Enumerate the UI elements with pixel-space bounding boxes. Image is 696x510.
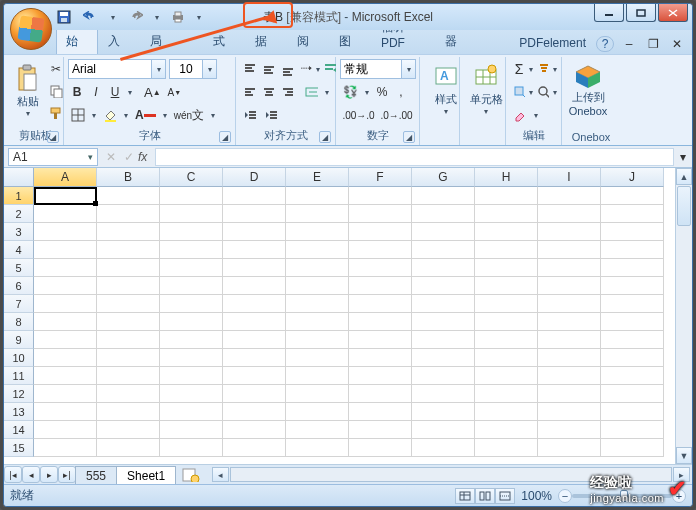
fx-icon[interactable]: fx: [138, 150, 147, 164]
zoom-out-icon[interactable]: −: [558, 489, 572, 503]
page-layout-view-icon[interactable]: [475, 488, 495, 504]
cell[interactable]: [34, 295, 97, 313]
cell[interactable]: [286, 367, 349, 385]
cell[interactable]: [97, 313, 160, 331]
font-color-icon[interactable]: A: [132, 105, 159, 125]
font-launcher-icon[interactable]: ◢: [219, 131, 231, 143]
cell[interactable]: [223, 295, 286, 313]
align-bottom-icon[interactable]: [278, 59, 296, 79]
column-header[interactable]: A: [34, 168, 97, 187]
cell[interactable]: [97, 385, 160, 403]
cell[interactable]: [97, 349, 160, 367]
cell[interactable]: [412, 259, 475, 277]
onebox-upload-button[interactable]: 上传到 Onebox: [566, 59, 610, 122]
font-size-combo[interactable]: ▾: [169, 59, 217, 79]
cell[interactable]: [475, 439, 538, 457]
cell[interactable]: [223, 205, 286, 223]
clear-icon[interactable]: [510, 105, 530, 125]
column-header[interactable]: E: [286, 168, 349, 187]
zoom-knob[interactable]: [620, 490, 628, 502]
align-top-icon[interactable]: [240, 59, 258, 79]
percent-icon[interactable]: %: [373, 82, 391, 102]
row-header[interactable]: 5: [4, 259, 34, 277]
cell[interactable]: [601, 385, 664, 403]
close-button[interactable]: [658, 4, 688, 22]
column-header[interactable]: B: [97, 168, 160, 187]
chevron-down-icon[interactable]: ▾: [152, 59, 166, 79]
cell[interactable]: [538, 331, 601, 349]
row-header[interactable]: 4: [4, 241, 34, 259]
cell[interactable]: [349, 187, 412, 205]
scroll-track[interactable]: [676, 227, 692, 447]
number-launcher-icon[interactable]: ◢: [403, 131, 415, 143]
cell[interactable]: [223, 385, 286, 403]
qat-customize-icon[interactable]: ▾: [194, 13, 204, 22]
row-header[interactable]: 8: [4, 313, 34, 331]
cell[interactable]: [475, 295, 538, 313]
merge-cells-icon[interactable]: [302, 82, 322, 102]
paste-button[interactable]: 粘贴 ▾: [12, 59, 44, 123]
zoom-in-icon[interactable]: +: [672, 489, 686, 503]
cell[interactable]: [223, 331, 286, 349]
cell[interactable]: [601, 313, 664, 331]
border-icon[interactable]: [68, 105, 88, 125]
autosum-dropdown-icon[interactable]: ▾: [529, 65, 533, 74]
cell[interactable]: [475, 187, 538, 205]
cell[interactable]: [538, 187, 601, 205]
cell[interactable]: [349, 223, 412, 241]
cell[interactable]: [34, 205, 97, 223]
cell[interactable]: [160, 187, 223, 205]
workbook-close-icon[interactable]: ✕: [668, 34, 686, 54]
phonetic-dropdown-icon[interactable]: ▾: [208, 111, 218, 120]
column-header[interactable]: C: [160, 168, 223, 187]
align-launcher-icon[interactable]: ◢: [319, 131, 331, 143]
cell[interactable]: [223, 313, 286, 331]
font-name-combo[interactable]: ▾: [68, 59, 166, 79]
cell[interactable]: [223, 403, 286, 421]
font-name-input[interactable]: [68, 59, 152, 79]
cell[interactable]: [160, 439, 223, 457]
zoom-slider[interactable]: [572, 494, 672, 498]
cell[interactable]: [601, 403, 664, 421]
column-header[interactable]: H: [475, 168, 538, 187]
orientation-dropdown-icon[interactable]: ▾: [316, 65, 320, 74]
row-header[interactable]: 1: [4, 187, 34, 205]
cell[interactable]: [160, 241, 223, 259]
italic-button[interactable]: I: [87, 82, 105, 102]
align-center-icon[interactable]: [259, 82, 277, 102]
cell[interactable]: [286, 205, 349, 223]
cell[interactable]: [475, 223, 538, 241]
cell[interactable]: [97, 295, 160, 313]
column-header[interactable]: F: [349, 168, 412, 187]
cell[interactable]: [412, 439, 475, 457]
first-sheet-icon[interactable]: |◂: [4, 466, 22, 483]
maximize-button[interactable]: [626, 4, 656, 22]
find-dropdown-icon[interactable]: ▾: [553, 88, 557, 97]
cell[interactable]: [160, 277, 223, 295]
cell[interactable]: [601, 259, 664, 277]
cell[interactable]: [601, 439, 664, 457]
cells-dropdown-icon[interactable]: ▾: [481, 107, 491, 116]
workbook-minimize-icon[interactable]: –: [620, 34, 638, 54]
row-header[interactable]: 6: [4, 277, 34, 295]
cell[interactable]: [34, 367, 97, 385]
cell[interactable]: [97, 367, 160, 385]
cell[interactable]: [601, 187, 664, 205]
cell[interactable]: [286, 331, 349, 349]
accounting-dropdown-icon[interactable]: ▾: [362, 88, 372, 97]
row-header[interactable]: 14: [4, 421, 34, 439]
align-right-icon[interactable]: [278, 82, 296, 102]
cell[interactable]: [412, 295, 475, 313]
cell[interactable]: [475, 205, 538, 223]
cell[interactable]: [34, 241, 97, 259]
help-icon[interactable]: ?: [596, 36, 614, 52]
minimize-button[interactable]: [594, 4, 624, 22]
cell[interactable]: [97, 187, 160, 205]
cell[interactable]: [475, 331, 538, 349]
cell[interactable]: [538, 349, 601, 367]
find-icon[interactable]: [534, 82, 552, 102]
scroll-thumb[interactable]: [677, 186, 691, 226]
next-sheet-icon[interactable]: ▸: [40, 466, 58, 483]
redo-dropdown-icon[interactable]: ▾: [152, 13, 162, 22]
prev-sheet-icon[interactable]: ◂: [22, 466, 40, 483]
